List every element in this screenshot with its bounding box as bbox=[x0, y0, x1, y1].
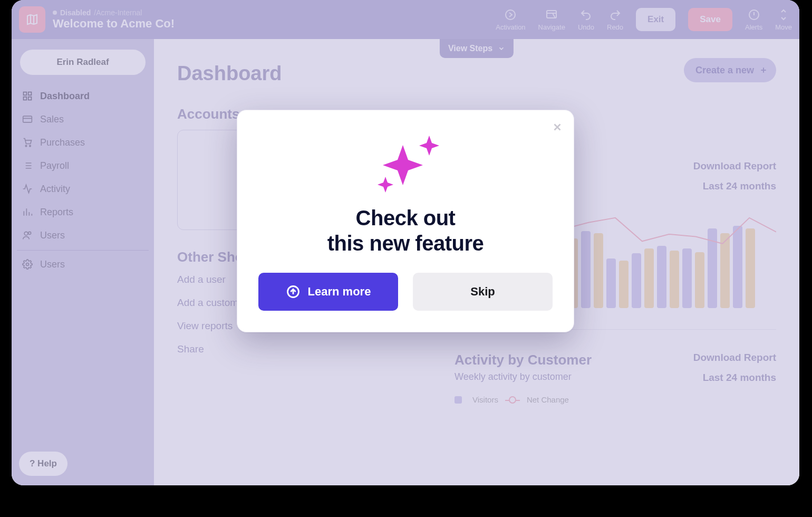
move-button[interactable]: Move bbox=[775, 8, 792, 31]
sidebar-item-label: Dashboard bbox=[40, 91, 90, 102]
move-icon bbox=[777, 8, 790, 21]
svg-point-0 bbox=[506, 10, 515, 20]
gear-icon bbox=[22, 259, 33, 270]
legend-swatch-visitors bbox=[455, 396, 462, 404]
arrow-up-circle-icon bbox=[286, 284, 301, 299]
app-logo bbox=[19, 6, 45, 33]
exit-button[interactable]: Exit bbox=[636, 8, 675, 31]
sidebar-item-label: Users bbox=[40, 230, 65, 241]
svg-point-9 bbox=[30, 145, 31, 147]
undo-label: Undo bbox=[578, 23, 594, 31]
status-dot-icon bbox=[53, 11, 57, 15]
activity-by-customer-card: Activity by Customer Weekly activity by … bbox=[455, 352, 776, 404]
close-icon bbox=[552, 121, 563, 133]
sidebar-item-sales[interactable]: Sales bbox=[17, 108, 149, 131]
sidebar: Erin Radleaf Dashboard Sales Purchases P… bbox=[12, 39, 154, 485]
save-button[interactable]: Save bbox=[688, 8, 732, 31]
sidebar-item-users[interactable]: Users bbox=[17, 224, 149, 247]
help-button[interactable]: ? Help bbox=[19, 452, 67, 476]
users-icon bbox=[22, 230, 33, 241]
top-actions: Activation Navigate Undo Redo Exit Save … bbox=[496, 8, 792, 31]
alerts-label: Alerts bbox=[745, 23, 762, 31]
user-chip[interactable]: Erin Radleaf bbox=[20, 50, 146, 75]
sidebar-item-label: Activity bbox=[40, 184, 70, 195]
svg-rect-5 bbox=[24, 97, 27, 100]
page-title: Welcome to Acme Co! bbox=[53, 17, 175, 31]
plus-icon bbox=[759, 66, 768, 74]
top-bar: Disabled /Acme-Internal Welcome to Acme … bbox=[12, 0, 799, 39]
breadcrumb: /Acme-Internal bbox=[94, 8, 142, 17]
svg-rect-4 bbox=[28, 92, 32, 95]
chart-legend: Visitors Net Change bbox=[455, 395, 776, 404]
undo-icon bbox=[579, 8, 592, 21]
activation-label: Activation bbox=[496, 23, 525, 31]
svg-rect-7 bbox=[23, 116, 32, 122]
view-steps-button[interactable]: View Steps bbox=[440, 39, 514, 58]
card-title: Activity by Customer bbox=[455, 352, 592, 368]
map-icon bbox=[26, 13, 38, 26]
sidebar-item-dashboard[interactable]: Dashboard bbox=[17, 84, 149, 108]
svg-point-11 bbox=[28, 232, 31, 234]
status-label: Disabled bbox=[60, 8, 91, 17]
alerts-button[interactable]: Alerts bbox=[745, 8, 762, 31]
list-icon bbox=[22, 160, 33, 171]
legend-swatch-netchange bbox=[509, 396, 516, 404]
navigate-label: Navigate bbox=[538, 23, 565, 31]
legend-label: Visitors bbox=[472, 395, 498, 404]
navigate-button[interactable]: Navigate bbox=[538, 8, 565, 31]
redo-icon bbox=[609, 8, 622, 21]
arrow-circle-icon bbox=[504, 8, 517, 21]
sidebar-item-label: Sales bbox=[40, 114, 64, 125]
sidebar-item-payroll[interactable]: Payroll bbox=[17, 154, 149, 177]
svg-point-12 bbox=[26, 263, 29, 266]
learn-more-button[interactable]: Learn more bbox=[258, 273, 398, 311]
close-button[interactable] bbox=[552, 120, 563, 137]
move-label: Move bbox=[775, 23, 792, 31]
svg-point-8 bbox=[25, 145, 27, 147]
layout-icon bbox=[545, 8, 558, 21]
create-new-button[interactable]: Create a new bbox=[684, 58, 776, 82]
undo-button[interactable]: Undo bbox=[578, 8, 594, 31]
activation-button[interactable]: Activation bbox=[496, 8, 525, 31]
svg-rect-6 bbox=[28, 97, 32, 100]
download-report-link[interactable]: Download Report bbox=[693, 352, 776, 363]
modal-heading: Check out this new feature bbox=[258, 205, 553, 256]
chevron-down-icon bbox=[498, 45, 505, 52]
sidebar-item-label: Payroll bbox=[40, 160, 69, 171]
svg-point-10 bbox=[24, 232, 28, 235]
activity-icon bbox=[22, 184, 33, 194]
cart-icon bbox=[22, 137, 33, 148]
sidebar-item-label: Reports bbox=[40, 207, 73, 218]
sparkles-icon bbox=[258, 132, 553, 196]
card-icon bbox=[22, 114, 33, 125]
grid-icon bbox=[22, 91, 33, 101]
redo-button[interactable]: Redo bbox=[607, 8, 623, 31]
feature-modal: Check out this new feature Learn more Sk… bbox=[237, 110, 574, 332]
bar-chart-icon bbox=[22, 207, 33, 217]
sidebar-item-reports[interactable]: Reports bbox=[17, 200, 149, 224]
sidebar-item-activity[interactable]: Activity bbox=[17, 177, 149, 200]
sidebar-item-settings[interactable]: Users bbox=[17, 253, 149, 276]
title-block: Disabled /Acme-Internal Welcome to Acme … bbox=[53, 8, 175, 31]
svg-rect-3 bbox=[24, 92, 27, 95]
sidebar-item-purchases[interactable]: Purchases bbox=[17, 131, 149, 154]
skip-button[interactable]: Skip bbox=[413, 273, 553, 311]
sidebar-divider bbox=[17, 250, 149, 251]
range-label: Last 24 months bbox=[693, 372, 776, 384]
legend-label: Net Change bbox=[527, 395, 569, 404]
sidebar-item-label: Users bbox=[40, 259, 65, 270]
sidebar-item-label: Purchases bbox=[40, 137, 85, 148]
app-window: Disabled /Acme-Internal Welcome to Acme … bbox=[12, 0, 799, 485]
card-subtitle: Weekly activity by customer bbox=[455, 371, 592, 382]
redo-label: Redo bbox=[607, 23, 623, 31]
alert-icon bbox=[748, 8, 760, 21]
